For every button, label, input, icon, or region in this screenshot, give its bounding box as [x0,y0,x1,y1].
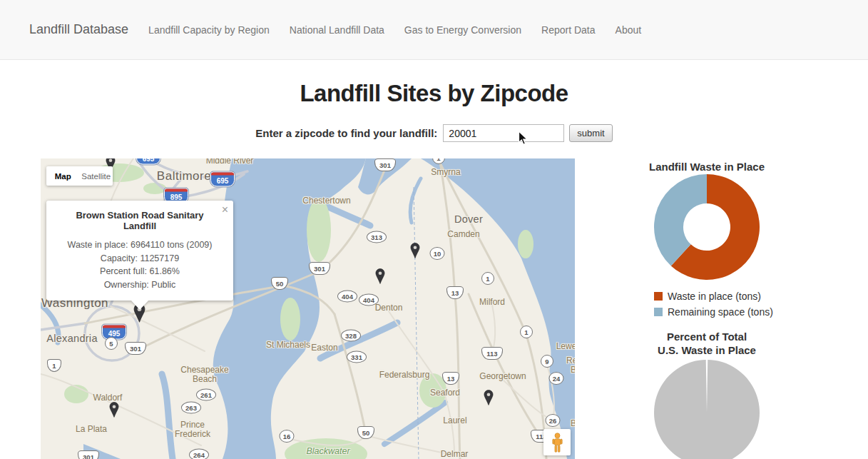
route-shield-icon: 113 [481,347,503,360]
map-label: Milford [479,297,505,307]
nav-item-3[interactable]: Report Data [531,17,605,43]
legend-swatch [654,308,663,316]
nav-menu: Landfill Capacity by RegionNational Land… [138,17,651,43]
map-label: Waldorf [93,393,123,403]
legend-label: Waste in place (tons) [668,291,761,302]
map-type-satellite-button[interactable]: Satellite [80,172,113,181]
map-label: St Michaels [266,340,310,350]
route-shield-icon: 5 [105,337,118,350]
brand-link[interactable]: Landfill Database [29,22,128,37]
pegman-control[interactable] [543,429,571,455]
nav-item-2[interactable]: Gas to Energy Conversion [394,17,531,43]
route-shield-icon: 301 [78,450,99,459]
landfill-marker[interactable] [375,268,385,287]
map-label: Chesapeake [180,365,228,375]
map-label: Seaford [430,388,460,398]
close-icon[interactable]: × [222,204,228,216]
map-type-control: Map Satellite [46,166,113,186]
map-label: Prince [180,420,205,430]
map-label: Denton [375,303,403,313]
map-label: Georgetown [479,371,526,381]
route-shield-icon: 263 [181,402,201,414]
route-shield-icon: 695 [136,158,160,165]
map-label: Lewes [556,341,575,351]
route-shield-icon: 313 [367,231,387,243]
nav-item-4[interactable]: About [606,17,652,43]
route-shield-icon: 695 [210,172,235,187]
navbar: Landfill Database Landfill Capacity by R… [0,0,868,60]
route-shield-icon: 404 [359,294,379,306]
route-shield-icon: 26 [546,414,561,427]
map-label: La Plata [76,424,107,434]
map-label: Easton [311,343,337,353]
map-label: Smyrna [431,167,460,177]
nav-item-0[interactable]: Landfill Capacity by Region [138,17,280,43]
route-shield-icon: 331 [347,351,367,363]
map-label: Blackwater [306,446,349,456]
page-title: Landfill Sites by Zipcode [0,80,868,107]
charts-panel: Landfill Waste in Place Waste in place (… [635,158,778,459]
donut-chart-title: Landfill Waste in Place [635,160,778,173]
legend-row: Waste in place (tons) [654,291,778,302]
pegman-icon [551,433,563,453]
route-shield-icon: 24 [549,372,564,385]
info-window: × Brown Station Road Sanitary Landfill W… [46,201,233,301]
map-label: Alexandria [46,333,98,344]
route-shield-icon: 404 [337,291,357,303]
route-shield-icon: 301 [309,262,330,275]
us-waste-pie-chart [635,357,778,459]
legend-label: Remaining space (tons) [668,306,773,318]
map-label: Dover [454,213,483,225]
route-shield-icon: 261 [196,389,216,401]
landfill-marker[interactable] [410,243,420,261]
zipcode-label: Enter a zipcode to find your landfill: [255,127,437,139]
map-label: Camden [447,229,479,239]
route-shield-icon: 301 [125,342,146,355]
donut-legend: Waste in place (tons)Remaining space (to… [635,291,778,318]
map-label: Rehoboth [566,355,575,365]
landfill-marker[interactable] [109,402,119,420]
route-shield-icon: 328 [341,330,361,342]
map-label: Middle River [206,158,254,166]
route-shield-icon: 264 [189,449,209,459]
map-canvas[interactable]: Middle RiverBaltimoreChestertownSmyrnaDo… [41,158,575,459]
route-shield-icon: 1 [481,272,494,285]
info-window-title: Brown Station Road Sanitary Landfill [56,210,223,231]
map-type-map-button[interactable]: Map [46,172,80,181]
legend-row: Remaining space (tons) [654,306,778,318]
map-label: Bethany [571,418,575,428]
route-shield-icon: 301 [374,158,396,171]
pie-chart-title: Percent of TotalU.S. Waste in Place [635,330,778,357]
map-label: Federalsburg [379,370,430,380]
map-label: Laurel [443,415,466,425]
route-shield-icon: 16 [280,430,295,443]
legend-swatch [654,292,663,301]
submit-button[interactable]: submit [569,124,612,142]
map-label: Beach [193,374,217,384]
zipcode-form: Enter a zipcode to find your landfill:su… [0,124,868,142]
waste-donut-chart [635,173,778,281]
map-label: Delmar [441,449,469,459]
map-label: Baltimore [157,169,211,183]
map-label: Frederick [175,429,210,439]
map-label: Beach [571,365,575,375]
zipcode-input[interactable] [443,124,564,142]
landfill-marker[interactable] [484,390,494,408]
nav-item-1[interactable]: National Landfill Data [280,17,394,43]
map-label: Chestertown [302,196,350,206]
info-window-tail [131,301,148,310]
info-window-body: Waste in place: 6964110 tons (2009)Capac… [56,238,223,291]
route-shield-icon: 9 [541,355,553,368]
route-shield-icon: 1 [520,326,533,338]
route-shield-icon: 10 [430,247,445,260]
